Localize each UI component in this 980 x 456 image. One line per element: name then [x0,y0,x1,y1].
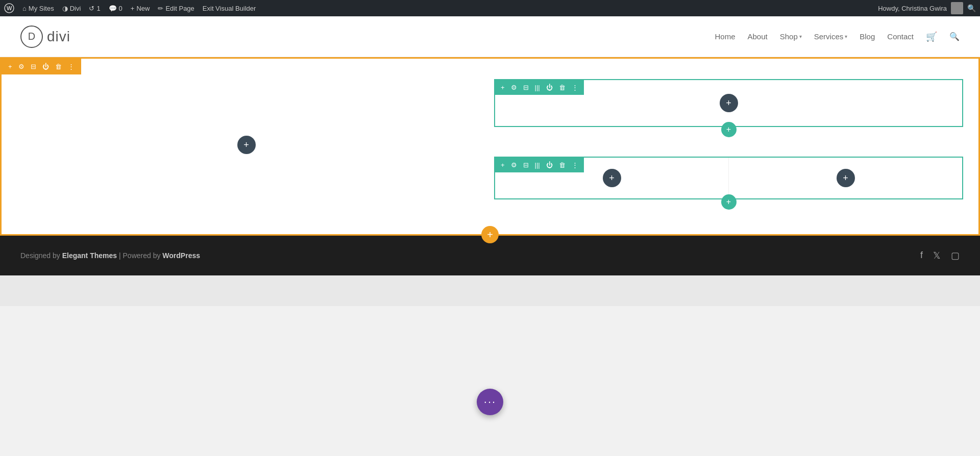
nav-about[interactable]: About [747,32,767,41]
divi-section: + ⚙ ⊟ ⏻ 🗑 ⋮ + + ⚙ [0,57,980,236]
svg-text:W: W [7,5,12,11]
row1-layout-button[interactable]: ⊟ [522,83,530,92]
divi-row-2: + ⚙ ⊟ ||| ⏻ 🗑 ⋮ + [494,157,963,199]
right-column: + ⚙ ⊟ ||| ⏻ 🗑 ⋮ + [494,69,973,221]
row-1-wrapper: + ⚙ ⊟ ||| ⏻ 🗑 ⋮ + [494,79,963,128]
comments-link[interactable]: 💬 0 [109,5,122,12]
twitter-icon[interactable]: 𝕏 [933,250,941,261]
admin-bar-right: Howdy, Christina Gwira 🔍 [878,2,976,14]
divi-row-1: + ⚙ ⊟ ||| ⏻ 🗑 ⋮ + [494,79,963,127]
row2-col1-add-module-button[interactable]: + [603,169,621,187]
row-1-controls: + ⚙ ⊟ ||| ⏻ 🗑 ⋮ [495,80,584,95]
services-dropdown-arrow: ▾ [845,34,847,39]
row1-settings-button[interactable]: ⚙ [509,83,519,92]
section-bottom-add-button[interactable]: + [481,226,499,243]
row1-columns-button[interactable]: ||| [533,83,542,92]
nav-contact[interactable]: Contact [887,32,914,41]
nav-shop[interactable]: Shop ▾ [780,32,802,41]
nav-services[interactable]: Services ▾ [814,32,848,41]
row2-delete-button[interactable]: 🗑 [557,160,567,170]
instagram-icon[interactable]: ▢ [951,250,960,261]
comments-icon: 💬 [109,5,117,12]
user-avatar [951,2,963,14]
section-add-button[interactable]: + [7,62,14,71]
divi-icon: ◑ [62,5,68,12]
site-logo[interactable]: D divi [20,26,70,48]
facebook-icon[interactable]: f [920,250,923,261]
row2-col2-add-module-button[interactable]: + [837,169,855,187]
left-add-module-button[interactable]: + [237,136,256,154]
row2-add-button[interactable]: + [499,160,506,170]
row1-add-button[interactable]: + [499,83,506,92]
search-icon[interactable]: 🔍 [949,32,960,41]
row2-columns-button[interactable]: ||| [533,160,542,170]
row1-add-module-button[interactable]: + [720,94,738,112]
footer-social: f 𝕏 ▢ [920,250,960,261]
page-body: + ⚙ ⊟ ⏻ 🗑 ⋮ + + ⚙ [0,57,980,306]
edit-page-link[interactable]: ✏ Edit Page [158,5,194,12]
row-2-controls: + ⚙ ⊟ ||| ⏻ 🗑 ⋮ [495,158,584,172]
nav-blog[interactable]: Blog [860,32,875,41]
edit-icon: ✏ [158,5,163,12]
logo-circle: D [20,26,43,48]
row2-bottom-add-button[interactable]: + [721,194,737,210]
row1-bottom-add-button[interactable]: + [721,122,737,137]
nav-home[interactable]: Home [715,32,735,41]
section-delete-button[interactable]: 🗑 [54,62,63,71]
row2-settings-button[interactable]: ⚙ [509,160,519,170]
section-toggle-button[interactable]: ⏻ [41,62,51,71]
wp-logo-link[interactable]: W [4,3,14,13]
my-sites-link[interactable]: ⌂ My Sites [22,5,54,12]
greeting-text: Howdy, Christina Gwira [878,5,947,12]
row1-more-button[interactable]: ⋮ [570,83,580,92]
my-sites-icon: ⌂ [22,5,27,12]
wp-admin-bar: W ⌂ My Sites ◑ Divi ↺ 1 💬 0 + New ✏ Edit… [0,0,980,16]
row2-more-button[interactable]: ⋮ [570,160,580,170]
admin-search-icon[interactable]: 🔍 [967,4,976,12]
right-rows: + ⚙ ⊟ ||| ⏻ 🗑 ⋮ + [494,69,973,221]
section-layout-button[interactable]: ⊟ [29,62,38,71]
row1-delete-button[interactable]: 🗑 [557,83,567,92]
shop-dropdown-arrow: ▾ [799,34,802,39]
row-2-wrapper: + ⚙ ⊟ ||| ⏻ 🗑 ⋮ + [494,157,963,200]
new-link[interactable]: + New [131,5,150,12]
section-controls: + ⚙ ⊟ ⏻ 🗑 ⋮ [2,59,81,74]
row1-toggle-button[interactable]: ⏻ [545,83,554,92]
row2-toggle-button[interactable]: ⏻ [545,160,554,170]
divi-link[interactable]: ◑ Divi [62,5,81,12]
section-more-button[interactable]: ⋮ [66,62,76,71]
cart-icon[interactable]: 🛒 [926,31,937,42]
updates-link[interactable]: ↺ 1 [89,5,100,12]
logo-text: divi [47,29,70,45]
section-settings-button[interactable]: ⚙ [17,62,26,71]
row2-layout-button[interactable]: ⊟ [522,160,530,170]
site-header: D divi Home About Shop ▾ Services ▾ Blog… [0,16,980,57]
new-icon: + [131,5,135,12]
row2-col-2: + [729,158,962,198]
section-layout: + + ⚙ ⊟ ||| ⏻ 🗑 [2,59,978,231]
site-nav: Home About Shop ▾ Services ▾ Blog Contac… [715,31,960,42]
left-column: + [7,69,486,221]
exit-builder-link[interactable]: Exit Visual Builder [203,5,256,12]
footer-credit: Designed by Elegant Themes | Powered by … [20,251,200,260]
updates-icon: ↺ [89,5,94,12]
